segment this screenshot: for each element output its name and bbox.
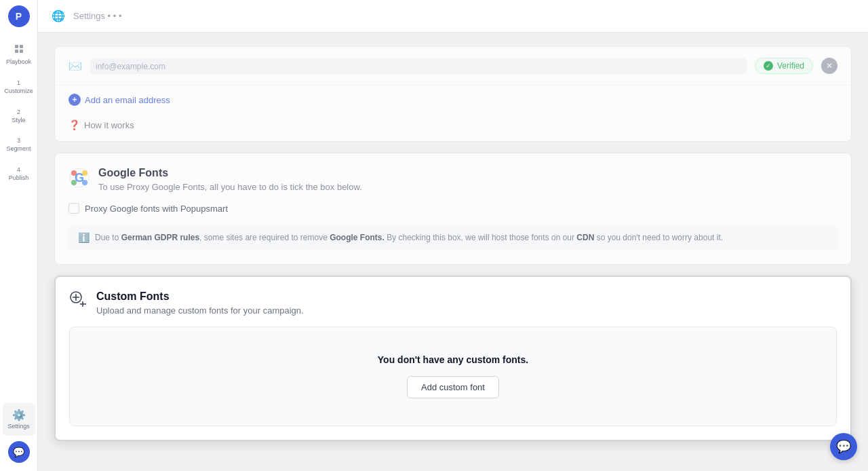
- verified-label: Verified: [777, 61, 804, 71]
- add-icon: +: [68, 94, 81, 106]
- main-content: 🌐 Settings • • • ✉️ info@example.com ✓ V…: [38, 0, 868, 471]
- sidebar: P Playbook 1 Customize 2 Style 3 Segment…: [0, 0, 38, 471]
- proxy-checkbox-row: Proxy Google fonts with Popupsmart: [68, 203, 837, 214]
- chat-bubble-button[interactable]: 💬: [830, 433, 857, 460]
- custom-fonts-card: Custom Fonts Upload and manage custom fo…: [54, 276, 852, 441]
- custom-fonts-icon: [69, 290, 88, 314]
- sidebar-item-customize[interactable]: 1 Customize: [3, 74, 35, 100]
- style-label: Style: [12, 117, 25, 124]
- svg-rect-0: [15, 45, 18, 48]
- chat-bubble-icon: 💬: [836, 439, 851, 454]
- remove-email-button[interactable]: ✕: [821, 58, 837, 74]
- email-row: ✉️ info@example.com ✓ Verified ✕: [55, 47, 851, 86]
- add-email-label: Add an email address: [85, 95, 170, 105]
- custom-fonts-description: Upload and manage custom fonts for your …: [96, 305, 304, 316]
- sidebar-item-segment[interactable]: 3 Segment: [3, 132, 35, 158]
- publish-number: 4: [17, 166, 20, 173]
- proxy-checkbox[interactable]: [68, 203, 79, 214]
- segment-number: 3: [17, 137, 20, 144]
- email-icon: ✉️: [68, 60, 82, 73]
- gdpr-info-icon: ℹ️: [78, 232, 90, 243]
- chat-icon: 💬: [13, 447, 24, 457]
- custom-fonts-empty-state: You don't have any custom fonts. Add cus…: [69, 326, 837, 426]
- customize-number: 1: [17, 79, 20, 86]
- settings-button[interactable]: ⚙️ Settings: [3, 403, 35, 436]
- sidebar-item-style[interactable]: 2 Style: [3, 103, 35, 130]
- playbook-icon: [14, 43, 24, 57]
- add-email-link[interactable]: + Add an email address: [68, 94, 837, 106]
- google-fonts-text: Google Fonts To use Proxy Google Fonts, …: [98, 167, 362, 192]
- top-header: 🌐 Settings • • •: [38, 0, 868, 33]
- email-text: info@example.com: [96, 62, 165, 71]
- chat-button[interactable]: 💬: [8, 441, 30, 463]
- globe-icon: 🌐: [52, 10, 65, 22]
- custom-fonts-text: Custom Fonts Upload and manage custom fo…: [96, 290, 304, 316]
- customize-label: Customize: [4, 88, 33, 95]
- svg-rect-2: [15, 50, 18, 53]
- google-fonts-card: G Google Fonts To use Proxy Google Fonts…: [54, 153, 852, 265]
- sidebar-nav: Playbook 1 Customize 2 Style 3 Segment 4…: [3, 38, 35, 403]
- sidebar-item-playbook[interactable]: Playbook: [3, 38, 35, 71]
- svg-point-6: [71, 170, 77, 176]
- app-logo[interactable]: P: [8, 5, 30, 27]
- email-section: ✉️ info@example.com ✓ Verified ✕ + Add a…: [54, 46, 852, 142]
- google-fonts-title: Google Fonts: [98, 167, 362, 179]
- add-custom-font-button[interactable]: Add custom font: [407, 376, 499, 398]
- email-display: info@example.com: [90, 58, 747, 74]
- custom-fonts-title: Custom Fonts: [96, 290, 304, 303]
- svg-point-7: [82, 170, 87, 176]
- content-area: ✉️ info@example.com ✓ Verified ✕ + Add a…: [38, 33, 868, 471]
- playbook-label: Playbook: [6, 58, 31, 66]
- custom-fonts-header: Custom Fonts Upload and manage custom fo…: [69, 290, 837, 316]
- verified-check-icon: ✓: [764, 61, 773, 71]
- google-fonts-header: G Google Fonts To use Proxy Google Fonts…: [68, 167, 837, 192]
- empty-state-message: You don't have any custom fonts.: [83, 354, 823, 365]
- help-icon: ❓: [68, 119, 80, 130]
- google-fonts-icon: G: [68, 167, 90, 189]
- svg-rect-1: [20, 45, 23, 48]
- svg-point-9: [82, 180, 87, 185]
- gdpr-info-row: ℹ️ Due to German GDPR rules, some sites …: [68, 225, 837, 250]
- svg-rect-3: [20, 50, 23, 53]
- how-it-works-row: ❓ How it works: [55, 114, 851, 141]
- settings-label: Settings: [7, 423, 30, 430]
- sidebar-bottom: ⚙️ Settings 💬: [3, 403, 35, 471]
- gdpr-info-text: Due to German GDPR rules, some sites are…: [95, 231, 723, 244]
- style-number: 2: [17, 109, 20, 115]
- how-it-works-link[interactable]: How it works: [84, 120, 134, 130]
- verified-badge: ✓ Verified: [755, 58, 813, 74]
- publish-label: Publish: [9, 174, 29, 182]
- sidebar-item-publish[interactable]: 4 Publish: [3, 161, 35, 187]
- svg-point-8: [71, 180, 77, 185]
- settings-icon: ⚙️: [12, 409, 26, 421]
- proxy-checkbox-label: Proxy Google fonts with Popupsmart: [85, 204, 228, 214]
- google-fonts-description: To use Proxy Google Fonts, all you have …: [98, 182, 362, 192]
- header-breadcrumb: Settings • • •: [73, 11, 121, 21]
- segment-label: Segment: [6, 145, 31, 153]
- add-email-row: + Add an email address: [55, 86, 851, 114]
